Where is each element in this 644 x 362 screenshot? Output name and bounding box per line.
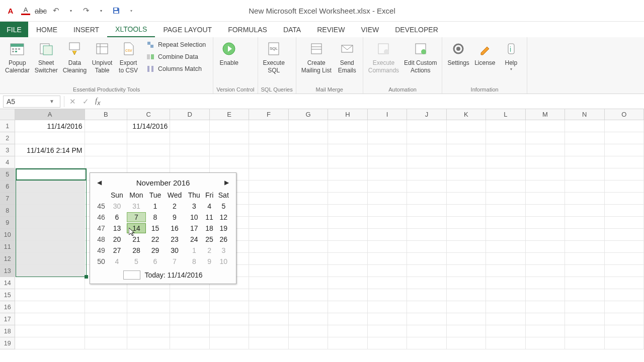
- cell-O3[interactable]: [605, 144, 644, 156]
- cell-G16[interactable]: [289, 301, 328, 313]
- cell-J19[interactable]: [407, 337, 446, 349]
- name-box-dropdown-icon[interactable]: ▼: [47, 99, 57, 104]
- cell-I12[interactable]: [368, 253, 407, 265]
- fx-icon[interactable]: fx: [92, 97, 103, 107]
- cell-I11[interactable]: [368, 241, 407, 253]
- column-header-D[interactable]: D: [170, 109, 209, 120]
- cell-O11[interactable]: [605, 241, 644, 253]
- cell-J9[interactable]: [407, 217, 446, 229]
- cell-H8[interactable]: [328, 205, 367, 217]
- cell-G14[interactable]: [289, 277, 328, 289]
- cancel-icon[interactable]: ✕: [66, 97, 79, 106]
- cell-M18[interactable]: [526, 325, 565, 337]
- cell-O12[interactable]: [605, 253, 644, 265]
- cell-E4[interactable]: [210, 156, 249, 168]
- cell-O17[interactable]: [605, 313, 644, 325]
- font-color-icon[interactable]: A: [6, 6, 15, 15]
- row-header-18[interactable]: 18: [0, 325, 15, 337]
- cell-A4[interactable]: [15, 156, 85, 168]
- cell-K14[interactable]: [447, 277, 486, 289]
- calendar-day[interactable]: 12: [216, 212, 231, 222]
- row-header-10[interactable]: 10: [0, 229, 15, 241]
- cell-E16[interactable]: [210, 301, 249, 313]
- popup-calendar-button[interactable]: Popup Calendar: [3, 38, 32, 76]
- tab-developer[interactable]: DEVELOPER: [387, 22, 446, 37]
- cell-L17[interactable]: [486, 313, 525, 325]
- row-header-15[interactable]: 15: [0, 289, 15, 301]
- cell-N2[interactable]: [565, 132, 604, 144]
- cell-J15[interactable]: [407, 289, 446, 301]
- tab-xltools[interactable]: XLTools: [107, 22, 155, 37]
- cell-B16[interactable]: [85, 301, 127, 313]
- cell-K17[interactable]: [447, 313, 486, 325]
- cell-F16[interactable]: [249, 301, 288, 313]
- cell-M12[interactable]: [526, 253, 565, 265]
- calendar-day[interactable]: 21: [127, 234, 146, 244]
- cell-C1[interactable]: 11/14/2016: [127, 120, 170, 132]
- cell-A10[interactable]: [15, 229, 85, 241]
- cell-M17[interactable]: [526, 313, 565, 325]
- cell-L14[interactable]: [486, 277, 525, 289]
- cell-F19[interactable]: [249, 337, 288, 349]
- cell-O4[interactable]: [605, 156, 644, 168]
- calendar-today-label[interactable]: Today: 11/14/2016: [144, 271, 202, 279]
- cell-O8[interactable]: [605, 205, 644, 217]
- row-header-17[interactable]: 17: [0, 313, 15, 325]
- cell-B1[interactable]: [85, 120, 127, 132]
- cell-K8[interactable]: [447, 205, 486, 217]
- cell-D19[interactable]: [170, 337, 209, 349]
- tab-pagelayout[interactable]: PAGE LAYOUT: [155, 22, 220, 37]
- cell-K15[interactable]: [447, 289, 486, 301]
- cell-M3[interactable]: [526, 144, 565, 156]
- calendar-title[interactable]: November 2016: [136, 178, 190, 187]
- calendar-day[interactable]: 3: [186, 201, 203, 211]
- cell-N19[interactable]: [565, 337, 604, 349]
- cell-H17[interactable]: [328, 313, 367, 325]
- column-header-K[interactable]: K: [447, 109, 486, 120]
- cell-A7[interactable]: [15, 193, 85, 205]
- cell-K16[interactable]: [447, 301, 486, 313]
- cell-J10[interactable]: [407, 229, 446, 241]
- cell-J6[interactable]: [407, 180, 446, 193]
- cell-C18[interactable]: [127, 325, 170, 337]
- cell-H4[interactable]: [328, 156, 367, 168]
- cell-N11[interactable]: [565, 241, 604, 253]
- combine-data-button[interactable]: Combine Data: [144, 51, 208, 62]
- cell-C17[interactable]: [127, 313, 170, 325]
- cell-D16[interactable]: [170, 301, 209, 313]
- column-header-O[interactable]: O: [605, 109, 644, 120]
- calendar-next-icon[interactable]: ▶: [221, 177, 232, 188]
- cell-D15[interactable]: [170, 289, 209, 301]
- cell-D4[interactable]: [170, 156, 209, 168]
- cell-J2[interactable]: [407, 132, 446, 144]
- calendar-day[interactable]: 17: [186, 223, 203, 233]
- cell-L3[interactable]: [486, 144, 525, 156]
- cell-F10[interactable]: [249, 229, 288, 241]
- cell-M7[interactable]: [526, 193, 565, 205]
- cell-H7[interactable]: [328, 193, 367, 205]
- cell-F8[interactable]: [249, 205, 288, 217]
- calendar-day[interactable]: 10: [216, 256, 231, 266]
- row-header-2[interactable]: 2: [0, 132, 15, 144]
- row-header-11[interactable]: 11: [0, 241, 15, 253]
- tab-view[interactable]: VIEW: [353, 22, 387, 37]
- calendar-day[interactable]: 4: [108, 256, 126, 266]
- cell-C19[interactable]: [127, 337, 170, 349]
- column-header-F[interactable]: F: [249, 109, 288, 120]
- cell-G19[interactable]: [289, 337, 328, 349]
- cell-I9[interactable]: [368, 217, 407, 229]
- column-header-N[interactable]: N: [565, 109, 604, 120]
- name-box-input[interactable]: [4, 98, 47, 106]
- redo-icon[interactable]: ↷: [82, 6, 91, 15]
- undo-icon[interactable]: ↶: [51, 6, 60, 15]
- calendar-day[interactable]: 22: [147, 234, 164, 244]
- cell-M4[interactable]: [526, 156, 565, 168]
- row-header-4[interactable]: 4: [0, 156, 15, 168]
- cell-I18[interactable]: [368, 325, 407, 337]
- cell-A18[interactable]: [15, 325, 85, 337]
- cell-F6[interactable]: [249, 180, 288, 193]
- columns-match-button[interactable]: Columns Match: [144, 63, 208, 74]
- cell-D18[interactable]: [170, 325, 209, 337]
- cell-L7[interactable]: [486, 193, 525, 205]
- cell-C4[interactable]: [127, 156, 170, 168]
